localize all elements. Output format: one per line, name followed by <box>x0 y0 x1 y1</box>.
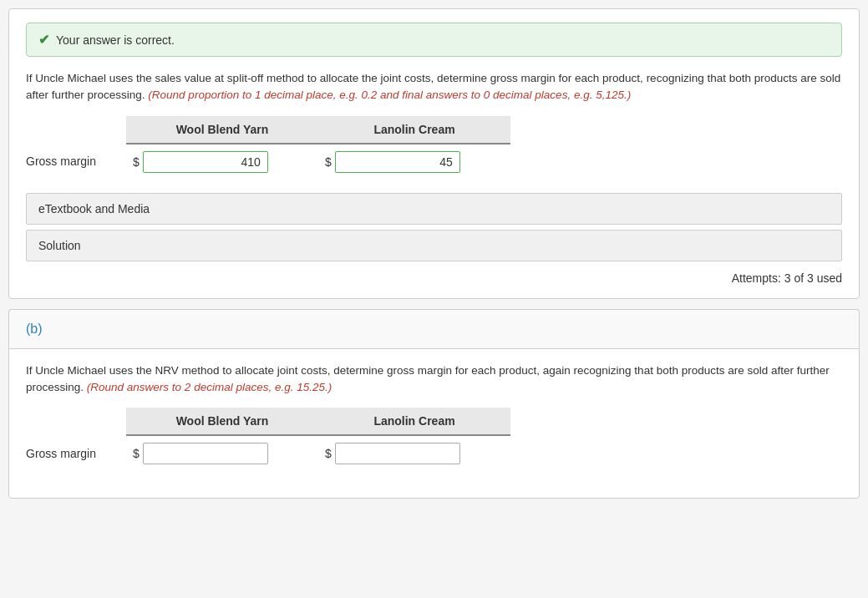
section-b-body: If Uncle Michael uses the NRV method to … <box>8 348 860 499</box>
table-row: Gross margin $ $ <box>26 435 510 471</box>
table-a-col1-header: Wool Blend Yarn <box>126 116 318 144</box>
instructions-b: If Uncle Michael uses the NRV method to … <box>26 362 842 397</box>
gross-margin-b-input-1[interactable] <box>143 443 268 464</box>
table-a: Wool Blend Yarn Lanolin Cream Gross marg… <box>26 116 510 180</box>
dollar-sign-b2: $ <box>325 447 332 460</box>
solution-button[interactable]: Solution <box>26 230 842 261</box>
etextbook-button[interactable]: eTextbook and Media <box>26 193 842 225</box>
attempts-text: Attempts: 3 of 3 used <box>26 268 842 285</box>
table-b-col1-header: Wool Blend Yarn <box>126 408 318 435</box>
instructions-a: If Uncle Michael uses the sales value at… <box>26 70 842 104</box>
gross-margin-input-1[interactable] <box>143 151 268 173</box>
instructions-a-highlight: (Round proportion to 1 decimal place, e.… <box>148 89 631 101</box>
gross-margin-input-2[interactable] <box>335 151 460 173</box>
dollar-sign-1: $ <box>133 155 140 169</box>
dollar-sign-b1: $ <box>133 447 140 460</box>
section-a: ✔ Your answer is correct. If Uncle Micha… <box>8 8 860 299</box>
table-a-empty-header <box>26 116 126 144</box>
dollar-sign-2: $ <box>325 155 332 169</box>
correct-text: Your answer is correct. <box>56 33 175 47</box>
table-b-empty-header <box>26 408 126 435</box>
gross-margin-b-val2-cell: $ <box>318 435 510 471</box>
gross-margin-b-input-2[interactable] <box>335 443 460 464</box>
table-b-col2-header: Lanolin Cream <box>318 408 510 435</box>
table-b: Wool Blend Yarn Lanolin Cream Gross marg… <box>26 408 510 471</box>
table-a-col2-header: Lanolin Cream <box>318 116 510 144</box>
gross-margin-b-val1-cell: $ <box>126 435 318 471</box>
gross-margin-val1-cell: $ <box>126 144 318 180</box>
section-b-header: (b) <box>8 309 860 348</box>
gross-margin-label-a: Gross margin <box>26 144 126 180</box>
instructions-b-highlight: (Round answers to 2 decimal places, e.g.… <box>87 381 332 393</box>
table-row: Gross margin $ $ <box>26 144 510 180</box>
checkmark-icon: ✔ <box>38 32 49 48</box>
correct-banner: ✔ Your answer is correct. <box>26 23 842 57</box>
gross-margin-val2-cell: $ <box>318 144 510 180</box>
section-b-label: (b) <box>26 322 43 336</box>
gross-margin-label-b: Gross margin <box>26 435 126 471</box>
